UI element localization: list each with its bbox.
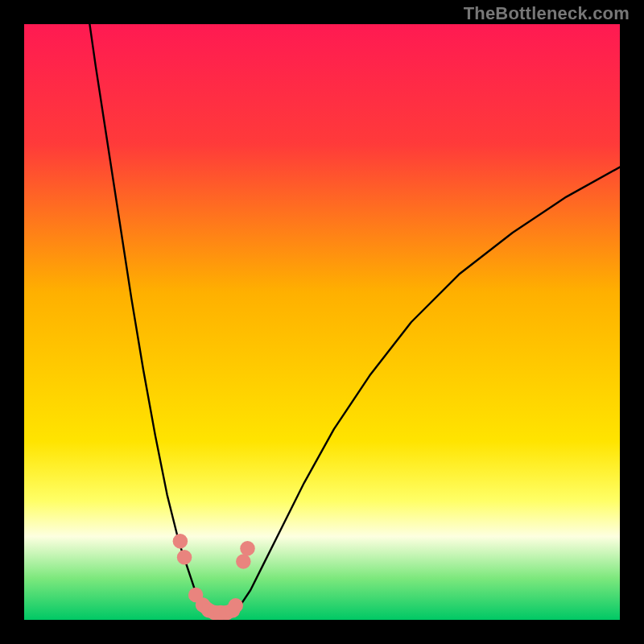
watermark-text: TheBottleneck.com bbox=[464, 3, 630, 24]
marker-dot bbox=[173, 534, 188, 549]
chart-frame: TheBottleneck.com bbox=[0, 0, 644, 644]
marker-dot bbox=[236, 554, 251, 569]
marker-dot bbox=[228, 598, 243, 613]
plot-area bbox=[24, 24, 620, 620]
gradient-background bbox=[24, 24, 620, 620]
chart-svg bbox=[24, 24, 620, 620]
marker-dot bbox=[240, 541, 255, 556]
marker-dot bbox=[177, 550, 192, 565]
